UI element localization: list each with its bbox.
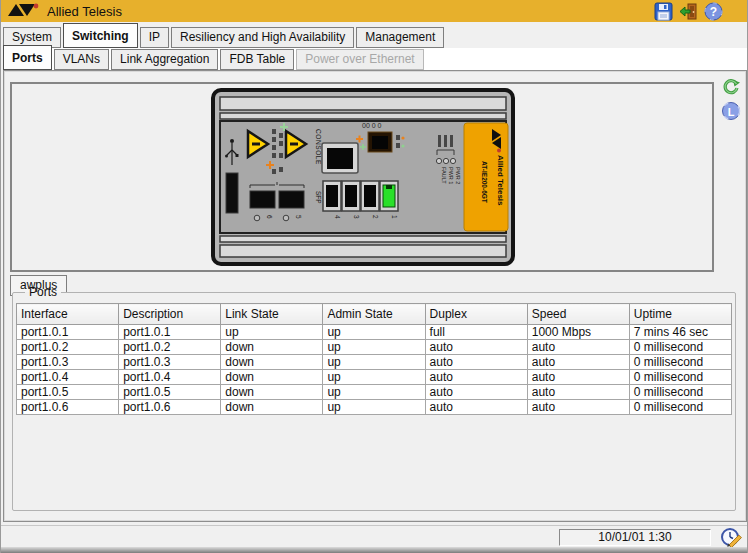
led-label-pwr1: PWR 1 (448, 167, 454, 184)
table-cell: auto (527, 385, 629, 400)
rj45-ports (323, 181, 398, 211)
table-cell: up (221, 325, 323, 340)
main-tab-bar: System Switching IP Resiliency and High … (3, 25, 444, 48)
tab-ports[interactable]: Ports (3, 45, 52, 70)
column-duplex[interactable]: Duplex (425, 304, 527, 325)
table-cell: down (221, 370, 323, 385)
device-model-label: Allied Telesis AT-IE200-6GT (464, 123, 508, 231)
table-cell: down (221, 355, 323, 370)
sub-tab-bar: Ports VLANs Link Aggregation FDB Table P… (3, 48, 747, 70)
auto-refresh-clock-icon[interactable]: L (721, 101, 741, 121)
table-cell: port1.0.1 (17, 325, 119, 340)
sfp-port-number: 6 (266, 215, 273, 219)
table-cell: 0 millisecond (629, 400, 731, 415)
table-cell: up (323, 325, 425, 340)
panel-marks: 00 0 0 (362, 122, 382, 129)
table-cell: port1.0.4 (17, 370, 119, 385)
table-cell: 0 millisecond (629, 340, 731, 355)
svg-text:L: L (728, 106, 735, 118)
set-time-clock-icon[interactable] (720, 526, 742, 548)
table-cell: port1.0.6 (17, 400, 119, 415)
app-window: Allied Telesis ? S (0, 0, 748, 553)
table-row[interactable]: port1.0.3port1.0.3downupautoauto0 millis… (17, 355, 732, 370)
table-cell: port1.0.5 (17, 385, 119, 400)
table-cell: port1.0.3 (119, 355, 221, 370)
tab-management[interactable]: Management (356, 27, 444, 48)
refresh-icon[interactable] (721, 77, 741, 97)
sfp-label: SFP (315, 191, 322, 204)
title-bar: Allied Telesis ? (1, 0, 747, 22)
port-number: 2 (372, 215, 379, 219)
tab-link-aggregation[interactable]: Link Aggregation (111, 49, 218, 70)
titlebar-actions: ? (654, 2, 723, 21)
usb-port (226, 173, 238, 213)
device-brand: Allied Telesis (496, 155, 505, 206)
table-row[interactable]: port1.0.4port1.0.4downupautoauto0 millis… (17, 370, 732, 385)
table-cell: auto (527, 355, 629, 370)
device-panel: CONSOLE 00 0 0 (10, 82, 714, 272)
table-row[interactable]: port1.0.5port1.0.5downupautoauto0 millis… (17, 385, 732, 400)
table-cell: up (323, 400, 425, 415)
table-cell: 0 millisecond (629, 355, 731, 370)
tab-resiliency[interactable]: Resiliency and High Availability (171, 27, 354, 48)
sfp-slot (250, 191, 275, 208)
help-icon[interactable]: ? (704, 2, 723, 21)
tab-switching[interactable]: Switching (63, 23, 138, 48)
save-icon[interactable] (654, 2, 673, 21)
column-description[interactable]: Description (119, 304, 221, 325)
logout-icon[interactable] (679, 2, 698, 21)
table-cell: up (323, 385, 425, 400)
sfp-port-number: 5 (295, 215, 302, 219)
table-cell: auto (425, 385, 527, 400)
table-cell: auto (425, 370, 527, 385)
table-cell: up (323, 340, 425, 355)
allied-telesis-logo-icon (7, 3, 39, 19)
table-cell: port1.0.1 (119, 325, 221, 340)
column-speed[interactable]: Speed (527, 304, 629, 325)
app-title: Allied Telesis (47, 4, 122, 19)
table-row[interactable]: port1.0.2port1.0.2downupautoauto0 millis… (17, 340, 732, 355)
table-cell: auto (527, 400, 629, 415)
table-cell: 0 millisecond (629, 385, 731, 400)
port-number: 3 (353, 215, 360, 219)
port-number: 4 (334, 215, 341, 219)
table-cell: up (323, 355, 425, 370)
ports-group: Ports Interface Description Link State A… (12, 285, 736, 511)
content-frame: CONSOLE 00 0 0 (3, 70, 747, 522)
tab-ip[interactable]: IP (140, 27, 169, 48)
datetime-display: 10/01/01 1:30 (559, 529, 711, 546)
status-bar: 10/01/01 1:30 (1, 525, 748, 547)
column-interface[interactable]: Interface (17, 304, 119, 325)
tab-fdb-table[interactable]: FDB Table (220, 49, 294, 70)
table-cell: port1.0.5 (119, 385, 221, 400)
led-label-pwr2: PWR 2 (455, 167, 461, 184)
device-model: AT-IE200-6GT (481, 161, 488, 203)
table-row[interactable]: port1.0.6port1.0.6downupautoauto0 millis… (17, 400, 732, 415)
console-label: CONSOLE (315, 129, 322, 165)
column-admin-state[interactable]: Admin State (323, 304, 425, 325)
table-cell: port1.0.6 (119, 400, 221, 415)
panel-actions: L (721, 77, 741, 121)
table-cell: up (323, 370, 425, 385)
table-cell: auto (425, 340, 527, 355)
table-row[interactable]: port1.0.1port1.0.1upupfull1000 Mbps7 min… (17, 325, 732, 340)
window-bottom-edge (1, 547, 748, 553)
table-cell: full (425, 325, 527, 340)
tab-vlans[interactable]: VLANs (54, 49, 109, 70)
table-cell: port1.0.4 (119, 370, 221, 385)
sfp-slot (279, 191, 304, 208)
table-cell: port1.0.3 (17, 355, 119, 370)
table-cell: 1000 Mbps (527, 325, 629, 340)
ports-group-legend: Ports (25, 285, 61, 299)
table-cell: 0 millisecond (629, 370, 731, 385)
table-cell: port1.0.2 (17, 340, 119, 355)
table-cell: auto (527, 370, 629, 385)
svg-text:?: ? (710, 5, 717, 19)
column-link-state[interactable]: Link State (221, 304, 323, 325)
device-image: CONSOLE 00 0 0 (210, 87, 516, 267)
port-number: 1 (391, 215, 398, 219)
table-cell: down (221, 340, 323, 355)
table-cell: auto (425, 355, 527, 370)
column-uptime[interactable]: Uptime (629, 304, 731, 325)
table-cell: auto (527, 340, 629, 355)
